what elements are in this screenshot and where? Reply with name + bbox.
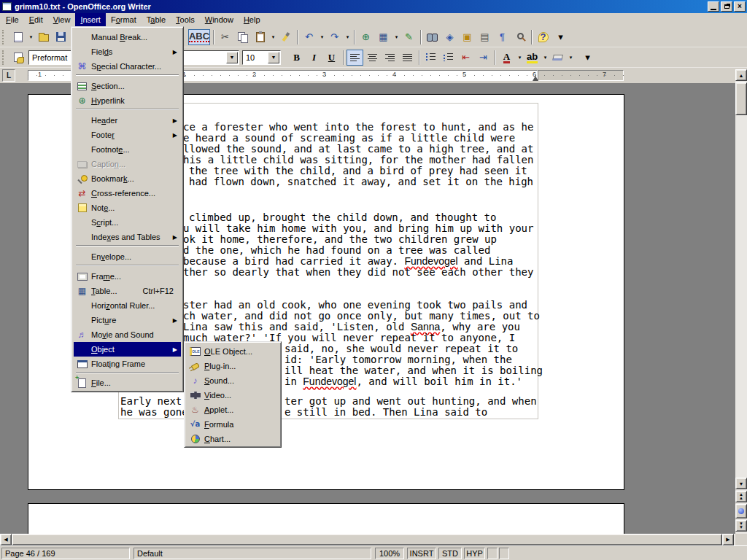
align-center-button[interactable] <box>364 50 381 66</box>
status-extra-2[interactable] <box>499 548 509 559</box>
toolbar-options-button[interactable]: ▾ <box>552 29 569 45</box>
new-document-dropdown[interactable]: ▾ <box>27 29 35 45</box>
italic-button[interactable]: I <box>306 50 322 66</box>
gallery-button[interactable]: ▣ <box>459 29 476 45</box>
insert-menu-item-section[interactable]: Section... <box>74 79 181 93</box>
copy-button[interactable] <box>234 29 251 45</box>
insert-table-dropdown[interactable]: ▾ <box>392 29 400 45</box>
highlighting-button[interactable]: ab <box>524 50 541 66</box>
object-submenu-item-applet[interactable]: ♨Applet... <box>187 402 279 417</box>
menu-window[interactable]: Window <box>200 13 239 27</box>
document-text-line[interactable]: e still in bed. Then Lina said to <box>285 407 487 418</box>
increase-indent-button[interactable]: ⇥ <box>475 50 492 66</box>
hyperlink-button[interactable]: ⊕ <box>357 29 374 45</box>
scroll-left-button[interactable]: ◀ <box>0 534 12 545</box>
menu-tools[interactable]: Tools <box>171 13 200 27</box>
document-text-line[interactable]: ther so dearly that when they did not se… <box>183 267 533 278</box>
insert-menu-item-movie-and-sound[interactable]: ♬Movie and Sound <box>74 327 181 342</box>
insert-menu-item-bookmark[interactable]: Bookmark... <box>74 171 181 186</box>
scroll-up-button[interactable]: ▲ <box>735 69 747 81</box>
align-right-button[interactable] <box>382 50 398 66</box>
paintbrush-button[interactable] <box>277 29 294 45</box>
font-color-button[interactable]: A <box>498 50 515 66</box>
page-style[interactable]: Default <box>133 548 371 559</box>
insert-menu-item-horizontal-ruler[interactable]: Horizontal Ruler... <box>74 298 181 313</box>
document-text-line[interactable]: the tree with the child, and a bird of p… <box>189 166 527 176</box>
misspelled-word[interactable]: Fundevogel <box>404 255 457 267</box>
zoom-button[interactable] <box>511 29 528 45</box>
insert-menu-item-file[interactable]: File... <box>74 376 181 390</box>
justified-button[interactable] <box>399 50 416 66</box>
insert-menu-item-object[interactable]: Object▶ <box>74 342 181 357</box>
font-size-combo[interactable]: 10▼ <box>242 50 281 65</box>
object-submenu-item-plug-in[interactable]: Plug-in... <box>187 359 279 373</box>
hyperlink-mode[interactable]: HYP <box>464 548 485 559</box>
close-button[interactable]: × <box>734 1 746 12</box>
decrease-indent-button[interactable]: ⇤ <box>457 50 474 66</box>
horizontal-scroll-thumb[interactable] <box>12 534 722 545</box>
tab-type-selector[interactable]: L <box>2 69 15 82</box>
object-submenu-item-chart[interactable]: Chart... <box>187 432 279 446</box>
insert-menu-item-envelope[interactable]: Envelope... <box>74 249 181 264</box>
bold-button[interactable]: B <box>288 50 305 66</box>
toolbar-options-button[interactable]: ▾ <box>579 50 596 66</box>
undo-dropdown[interactable]: ▾ <box>318 29 326 45</box>
document-text-line[interactable]: Early next r <box>120 396 194 407</box>
open-button[interactable] <box>35 29 52 45</box>
toolbar-grip[interactable] <box>2 30 7 44</box>
document-text-line[interactable]: d the one, which he had found on a tree … <box>183 245 490 256</box>
insert-mode[interactable]: INSRT <box>407 548 436 559</box>
menu-format[interactable]: Format <box>106 13 142 27</box>
document-text-line[interactable]: ter got up and went out hunting, and whe… <box>285 396 537 407</box>
paste-button[interactable] <box>252 29 268 45</box>
object-submenu-item-ole-object[interactable]: OLE Object... <box>187 344 279 359</box>
stylist-button[interactable] <box>9 50 26 66</box>
selection-mode[interactable]: STD <box>438 548 462 559</box>
document-text-line[interactable]: he was gone <box>120 407 194 418</box>
new-document-button[interactable] <box>9 29 26 45</box>
next-page[interactable] <box>28 503 624 534</box>
show-draw-functions-button[interactable]: ✎ <box>400 29 417 45</box>
autospellcheck-button[interactable]: ABC <box>188 29 210 45</box>
align-left-button[interactable] <box>347 50 363 66</box>
document-text-line[interactable]: had flown down, snatched it away, and se… <box>189 176 533 187</box>
background-color-button[interactable] <box>549 50 566 66</box>
menu-insert[interactable]: Insert <box>75 13 106 27</box>
insert-menu-item-indexes-and-tables[interactable]: Indexes and Tables▶ <box>74 230 181 244</box>
menu-help[interactable]: Help <box>239 13 266 27</box>
document-text-line[interactable]: llowed the sound, and at last came to a … <box>183 144 533 155</box>
font-name-combo-dropdown-icon[interactable]: ▼ <box>226 52 238 63</box>
misspelled-word[interactable]: Fundevogel <box>303 376 356 387</box>
document-text-line[interactable]: ill heat the water, and when it is boili… <box>285 365 543 376</box>
insert-menu-item-cross-reference[interactable]: ⇄Cross-reference... <box>74 186 181 201</box>
font-color-dropdown[interactable]: ▾ <box>516 50 524 66</box>
scroll-right-button[interactable]: ▶ <box>722 534 734 545</box>
page-indicator[interactable]: Page 46 / 169 <box>1 548 130 559</box>
redo-dropdown[interactable]: ▾ <box>344 29 352 45</box>
insert-menu-item-footer[interactable]: Footer▶ <box>74 128 181 142</box>
vertical-scroll-thumb[interactable] <box>735 82 747 115</box>
insert-menu-item-table[interactable]: ▦Table...Ctrl+F12 <box>74 284 181 298</box>
data-sources-button[interactable]: ▤ <box>476 29 493 45</box>
insert-menu-item-hyperlink[interactable]: ⊕Hyperlink <box>74 93 181 108</box>
cut-button[interactable]: ✂ <box>217 29 233 45</box>
menu-file[interactable]: File <box>1 13 24 27</box>
numbering-button[interactable] <box>422 50 439 66</box>
undo-button[interactable]: ↶ <box>301 29 317 45</box>
object-submenu-item-video[interactable]: Video... <box>187 388 279 402</box>
minimize-button[interactable] <box>708 1 719 12</box>
document-text-line[interactable]: ster had an old cook, who one evening to… <box>183 300 527 311</box>
scroll-down-button[interactable]: ▼ <box>735 478 747 489</box>
vertical-scrollbar[interactable] <box>735 69 747 534</box>
underline-button[interactable]: U <box>323 50 340 66</box>
document-text-line[interactable]: ok it home, therefore, and the two child… <box>183 234 497 245</box>
navigation-button[interactable] <box>735 504 747 518</box>
save-button[interactable] <box>53 29 69 45</box>
right-indent-marker[interactable] <box>533 76 538 81</box>
object-submenu-item-sound[interactable]: ♪Sound... <box>187 373 279 388</box>
object-submenu-item-formula[interactable]: √aFormula <box>187 417 279 432</box>
background-color-dropdown[interactable]: ▾ <box>567 50 575 66</box>
insert-menu-item-header[interactable]: Header▶ <box>74 113 181 128</box>
insert-menu-item-footnote[interactable]: Footnote... <box>74 142 181 157</box>
toolbar-grip[interactable] <box>2 50 7 65</box>
